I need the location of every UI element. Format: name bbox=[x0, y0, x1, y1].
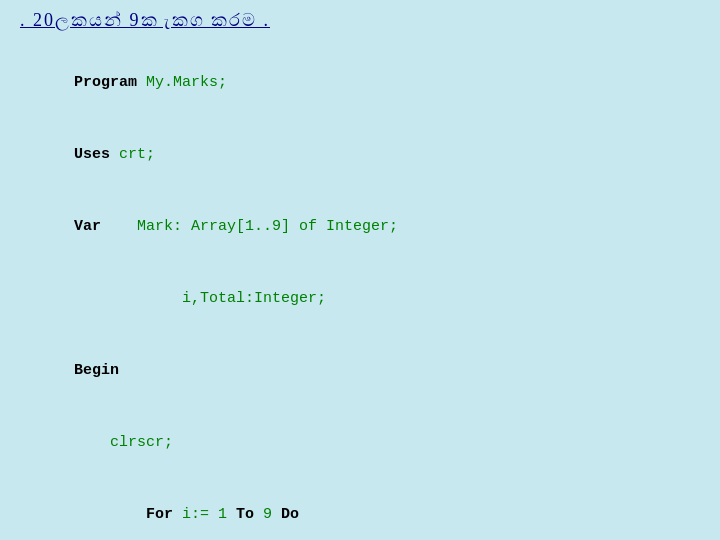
code-block: Program My.Marks; Uses crt; Var Mark: Ar… bbox=[20, 47, 700, 540]
line-program: Program My.Marks; bbox=[20, 47, 700, 119]
line-uses: Uses crt; bbox=[20, 119, 700, 191]
line-var2: i,Total:Integer; bbox=[20, 263, 700, 335]
page-container: . 20ලකයන් 9ක ැකග කරම . Program My.Marks;… bbox=[0, 0, 720, 540]
code-i-assign: i:= 1 bbox=[173, 506, 236, 523]
code-9: 9 bbox=[254, 506, 281, 523]
kw-do: Do bbox=[281, 506, 299, 523]
line-begin: Begin bbox=[20, 335, 700, 407]
kw-uses: Uses bbox=[74, 146, 110, 163]
code-array: Mark: Array[1..9] of Integer; bbox=[101, 218, 398, 235]
code-itotal: i,Total:Integer; bbox=[74, 290, 326, 307]
line-for: For i:= 1 To 9 Do bbox=[20, 479, 700, 540]
title: . 20ලකයන් 9ක ැකග කරම . bbox=[20, 10, 700, 31]
code-mymarks: My.Marks; bbox=[137, 74, 227, 91]
kw-var: Var bbox=[74, 218, 101, 235]
kw-program: Program bbox=[74, 74, 137, 91]
line-clrscr: clrscr; bbox=[20, 407, 700, 479]
kw-to: To bbox=[236, 506, 254, 523]
kw-for: For bbox=[146, 506, 173, 523]
line-var: Var Mark: Array[1..9] of Integer; bbox=[20, 191, 700, 263]
code-clrscr: clrscr; bbox=[110, 434, 173, 451]
kw-begin: Begin bbox=[74, 362, 119, 379]
code-crt: crt; bbox=[110, 146, 155, 163]
